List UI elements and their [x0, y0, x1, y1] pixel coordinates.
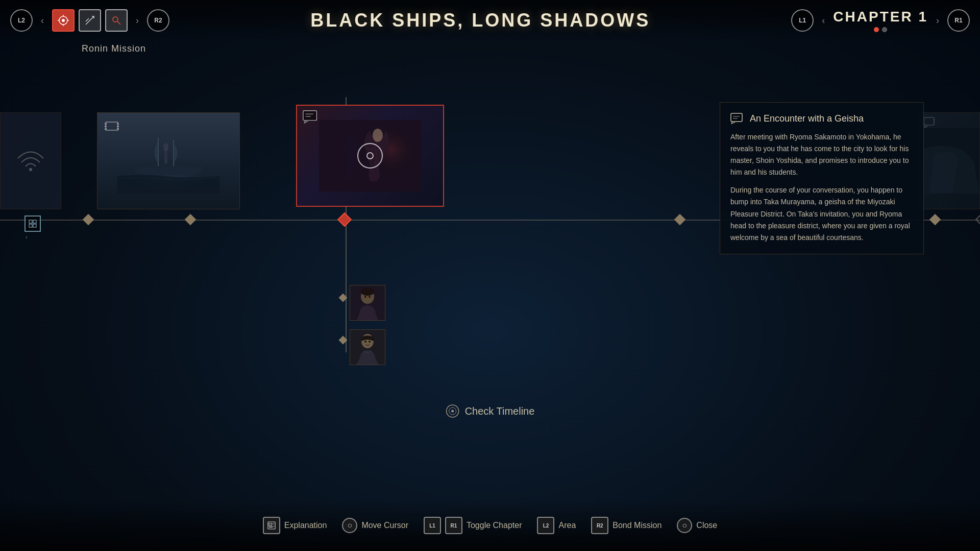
description-chat-icon: [730, 113, 745, 124]
close-label: Close: [696, 521, 717, 530]
svg-rect-18: [117, 126, 119, 127]
diamond-node-right1: [674, 214, 686, 226]
svg-point-24: [163, 143, 168, 151]
chapter-label: CHAPTER 1: [833, 9, 928, 25]
top-bar-left-controls: L2 ‹ › R2: [10, 9, 169, 32]
svg-rect-8: [29, 220, 32, 223]
mission-card-far-left[interactable]: [0, 112, 61, 209]
svg-rect-9: [33, 220, 36, 223]
chat-icon: [302, 110, 321, 124]
ship-image: [97, 113, 239, 209]
description-p1: After meeting with Ryoma Sakamoto in Yok…: [730, 131, 913, 178]
chat-icon-right: [923, 117, 938, 130]
mission-type-icon[interactable]: [52, 9, 75, 32]
l2-button[interactable]: L2: [10, 9, 33, 32]
svg-point-31: [373, 129, 383, 142]
portrait-2[interactable]: [350, 329, 385, 365]
diamond-node-center[interactable]: [337, 212, 352, 227]
svg-rect-35: [924, 117, 934, 125]
chapter-chevron-left[interactable]: ‹: [818, 13, 829, 28]
right-card-svg: [919, 128, 979, 194]
move-cursor-label: Move Cursor: [361, 521, 408, 530]
diamond-node-2: [185, 214, 197, 226]
svg-point-12: [29, 168, 32, 171]
chapter-dots: [833, 27, 928, 32]
svg-rect-17: [117, 123, 119, 125]
check-timeline[interactable]: Check Timeline: [446, 404, 535, 418]
chapter-dot-2: [882, 27, 887, 32]
bottom-item-bond-mission[interactable]: R2 Bond Mission: [591, 517, 662, 534]
geisha-image: [297, 106, 443, 206]
move-cursor-button-icon[interactable]: ○: [342, 518, 357, 533]
timeline-icon: [446, 404, 460, 418]
area-label: Area: [558, 521, 576, 530]
bottom-bar: Explanation ○ Move Cursor L1 R1 Toggle C…: [0, 500, 980, 551]
portrait-2-image: [350, 330, 385, 365]
page-title: BLACK SHIPS, LONG SHADOWS: [310, 10, 650, 31]
explanation-button-icon[interactable]: [263, 517, 280, 534]
description-text: After meeting with Ryoma Sakamoto in Yok…: [730, 131, 913, 244]
toggle-r1-icon[interactable]: R1: [445, 517, 462, 534]
film-icon: [104, 118, 120, 134]
svg-rect-37: [731, 113, 742, 122]
r2-button[interactable]: R2: [147, 9, 169, 32]
ship-svg: [117, 128, 219, 194]
svg-point-48: [369, 341, 371, 343]
mission-type-label: Ronin Mission: [82, 43, 146, 54]
chapter-dot-1: [874, 27, 879, 32]
svg-rect-13: [106, 122, 118, 130]
mission-card-right[interactable]: A Pleasure Distr...: [919, 112, 980, 209]
search-icon[interactable]: [105, 9, 128, 32]
square-nav-icon[interactable]: [24, 215, 41, 232]
svg-rect-19: [117, 128, 119, 130]
bond-mission-button-icon[interactable]: R2: [591, 517, 608, 534]
bond-mission-label: Bond Mission: [612, 521, 662, 530]
svg-point-51: [451, 410, 454, 413]
svg-rect-16: [105, 128, 107, 130]
explanation-label: Explanation: [284, 521, 327, 530]
description-title-text: An Encounter with a Geisha: [750, 113, 864, 124]
mission-card-center[interactable]: An Encounter with a Geisha Retry: [296, 105, 444, 207]
description-title: An Encounter with a Geisha: [730, 113, 913, 124]
svg-point-43: [364, 296, 366, 298]
timeline-area: ›: [0, 46, 980, 490]
card-image-far-left: [1, 113, 61, 209]
svg-point-1: [62, 19, 65, 22]
target-circle: [357, 143, 383, 169]
toggle-l1-icon[interactable]: L1: [424, 517, 441, 534]
toggle-chapter-label: Toggle Chapter: [467, 521, 522, 530]
l1-button[interactable]: L1: [791, 9, 814, 32]
mission-card-left[interactable]: All Eyes on Yokohama: [97, 112, 240, 209]
bottom-item-toggle-chapter[interactable]: L1 R1 Toggle Chapter: [424, 517, 522, 534]
svg-rect-53: [269, 523, 272, 525]
diamond-node-right4: [975, 214, 980, 226]
svg-rect-25: [303, 111, 317, 121]
portrait-1[interactable]: [350, 285, 385, 321]
bottom-item-close[interactable]: ○ Close: [677, 518, 717, 533]
description-p2: During the course of your conversation, …: [730, 184, 913, 243]
diamond-node-right3: [929, 214, 941, 226]
chevron-right-nav[interactable]: ›: [132, 13, 143, 28]
svg-line-7: [117, 21, 120, 25]
svg-rect-14: [105, 123, 107, 125]
square-nav[interactable]: ›: [24, 215, 41, 241]
chevron-left-nav[interactable]: ‹: [37, 13, 48, 28]
portrait-1-image: [350, 285, 385, 320]
svg-point-6: [113, 17, 118, 22]
top-bar: L2 ‹ › R2 BLACK SHIP: [0, 0, 980, 41]
bottom-item-explanation[interactable]: Explanation: [263, 517, 327, 534]
bottom-item-area[interactable]: L2 Area: [537, 517, 576, 534]
r1-button[interactable]: R1: [947, 9, 970, 32]
svg-point-42: [361, 288, 374, 296]
area-button-icon[interactable]: L2: [537, 517, 554, 534]
chapter-chevron-right[interactable]: ›: [932, 13, 943, 28]
wifi-icon: [15, 148, 46, 174]
weapon-icon[interactable]: [79, 9, 101, 32]
svg-point-44: [369, 296, 371, 298]
svg-rect-10: [29, 224, 32, 227]
description-panel: An Encounter with a Geisha After meeting…: [720, 102, 924, 254]
close-button-icon[interactable]: ○: [677, 518, 692, 533]
svg-rect-15: [105, 126, 107, 127]
bottom-item-move-cursor[interactable]: ○ Move Cursor: [342, 518, 408, 533]
diamond-node-1: [83, 214, 94, 226]
